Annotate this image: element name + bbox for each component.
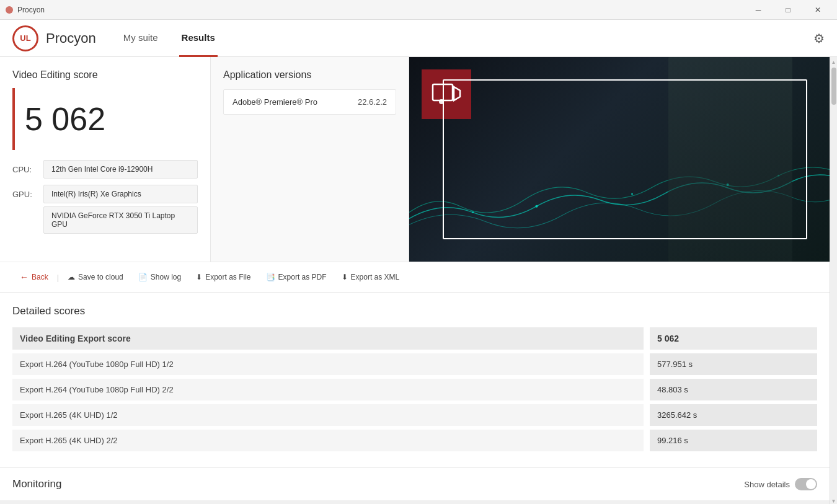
- app-title: Procyon: [46, 30, 96, 46]
- cpu-label: CPU:: [12, 160, 37, 174]
- pdf-icon: 📑: [266, 273, 275, 281]
- score-table: Video Editing Export score 5 062 Export …: [12, 327, 817, 451]
- show-details-label: Show details: [744, 480, 790, 489]
- gpu-label: GPU:: [12, 185, 37, 199]
- score-row-value-3: 3265.642 s: [650, 404, 817, 426]
- export-xml-label: Export as XML: [351, 273, 400, 281]
- app-versions-panel: Application versions Adobe® Premiere® Pr…: [211, 57, 409, 262]
- log-icon: 📄: [138, 273, 148, 281]
- score-value: 5 062: [25, 103, 105, 135]
- toggle-area: Show details: [744, 478, 817, 490]
- score-area: 5 062: [12, 88, 198, 150]
- action-bar: ← Back | ☁ Save to cloud 📄 Show log ⬇ Ex…: [0, 262, 830, 293]
- scroll-down-arrow[interactable]: ▼: [831, 498, 836, 504]
- logo-circle: UL: [12, 25, 38, 51]
- score-row-label-4: Export H.265 (4K UHD) 2/2: [12, 430, 644, 451]
- titlebar-app-name: Procyon: [5, 6, 45, 14]
- back-label: Back: [32, 273, 48, 281]
- score-bar: [12, 88, 15, 150]
- image-frame: [443, 79, 807, 239]
- xml-icon: ⬇: [342, 273, 348, 281]
- app-versions-title: Application versions: [223, 69, 396, 81]
- back-button[interactable]: ← Back: [12, 268, 56, 286]
- score-row-label-0: Video Editing Export score: [12, 327, 644, 350]
- main-scroll: Video Editing score 5 062 CPU: 12th Gen …: [0, 57, 830, 504]
- scroll-track: [831, 65, 836, 498]
- save-to-cloud-label: Save to cloud: [78, 273, 123, 281]
- score-table-row: Export H.264 (YouTube 1080p Full HD) 2/2…: [12, 379, 817, 400]
- titlebar-label: Procyon: [17, 6, 45, 14]
- export-as-file-button[interactable]: ⬇ Export as File: [188, 269, 258, 285]
- score-table-row: Video Editing Export score 5 062: [12, 327, 817, 350]
- monitoring-toggle[interactable]: [795, 478, 817, 490]
- cpu-values: 12th Gen Intel Core i9-12900H: [43, 160, 198, 179]
- back-arrow-icon: ←: [20, 272, 29, 282]
- gpu-row: GPU: Intel(R) Iris(R) Xe Graphics NVIDIA…: [12, 185, 198, 234]
- logo-letters: UL: [20, 33, 30, 43]
- benchmark-image-panel: [409, 57, 830, 262]
- export-as-pdf-button[interactable]: 📑 Export as PDF: [259, 269, 334, 285]
- gpu-values: Intel(R) Iris(R) Xe Graphics NVIDIA GeFo…: [43, 185, 198, 234]
- score-row-value-0: 5 062: [650, 327, 817, 350]
- cloud-icon: ☁: [68, 273, 75, 281]
- score-row-value-4: 99.216 s: [650, 430, 817, 451]
- header: UL Procyon My suite Results ⚙: [0, 20, 837, 57]
- score-table-row: Export H.264 (YouTube 1080p Full HD) 1/2…: [12, 353, 817, 375]
- hardware-section: CPU: 12th Gen Intel Core i9-12900H GPU: …: [12, 160, 198, 234]
- score-panel: Video Editing score 5 062 CPU: 12th Gen …: [0, 57, 211, 262]
- app-name: Adobe® Premiere® Pro: [232, 97, 317, 107]
- score-table-row: Export H.265 (4K UHD) 2/2 99.216 s: [12, 430, 817, 451]
- scroll-thumb[interactable]: [831, 68, 836, 105]
- monitoring-title: Monitoring: [12, 478, 61, 490]
- score-row-label-1: Export H.264 (YouTube 1080p Full HD) 1/2: [12, 353, 644, 375]
- scroll-up-arrow[interactable]: ▲: [831, 60, 836, 65]
- minimize-button[interactable]: ─: [744, 0, 773, 20]
- titlebar: Procyon ─ □ ✕: [0, 0, 837, 20]
- export-file-label: Export as File: [205, 273, 250, 281]
- maximize-button[interactable]: □: [774, 0, 802, 20]
- export-pdf-label: Export as PDF: [278, 273, 327, 281]
- download-file-icon: ⬇: [196, 273, 202, 281]
- page-layout: Video Editing score 5 062 CPU: 12th Gen …: [0, 57, 837, 504]
- toggle-knob: [806, 479, 816, 489]
- app-version: 22.6.2.2: [358, 97, 387, 107]
- show-log-button[interactable]: 📄 Show log: [131, 269, 188, 285]
- monitoring-bar: Monitoring Show details: [0, 467, 830, 500]
- nav-results[interactable]: Results: [179, 20, 218, 57]
- scrollbar[interactable]: ▲ ▼: [830, 57, 837, 504]
- settings-icon[interactable]: ⚙: [813, 31, 825, 46]
- export-as-xml-button[interactable]: ⬇ Export as XML: [334, 269, 407, 285]
- score-row-label-2: Export H.264 (YouTube 1080p Full HD) 2/2: [12, 379, 644, 400]
- score-title: Video Editing score: [12, 69, 198, 81]
- image-bg: [409, 57, 830, 262]
- window-controls: ─ □ ✕: [744, 0, 832, 20]
- score-row-label-3: Export H.265 (4K UHD) 1/2: [12, 404, 644, 426]
- svg-point-0: [6, 6, 13, 14]
- nav-my-suite[interactable]: My suite: [121, 20, 161, 57]
- close-button[interactable]: ✕: [804, 0, 832, 20]
- detailed-scores-section: Detailed scores Video Editing Export sco…: [0, 293, 830, 467]
- detailed-scores-title: Detailed scores: [12, 305, 817, 317]
- show-log-label: Show log: [151, 273, 181, 281]
- app-icon: [5, 6, 14, 14]
- app-row: Adobe® Premiere® Pro 22.6.2.2: [223, 89, 396, 115]
- save-to-cloud-button[interactable]: ☁ Save to cloud: [60, 269, 131, 285]
- score-table-row: Export H.265 (4K UHD) 1/2 3265.642 s: [12, 404, 817, 426]
- score-row-value-2: 48.803 s: [650, 379, 817, 400]
- gpu-chip-0: Intel(R) Iris(R) Xe Graphics: [43, 185, 198, 203]
- top-section: Video Editing score 5 062 CPU: 12th Gen …: [0, 57, 830, 262]
- logo: UL Procyon: [12, 25, 96, 51]
- cpu-row: CPU: 12th Gen Intel Core i9-12900H: [12, 160, 198, 179]
- cpu-chip: 12th Gen Intel Core i9-12900H: [43, 160, 198, 179]
- gpu-chip-1: NVIDIA GeForce RTX 3050 Ti Laptop GPU: [43, 206, 198, 234]
- score-row-value-1: 577.951 s: [650, 353, 817, 375]
